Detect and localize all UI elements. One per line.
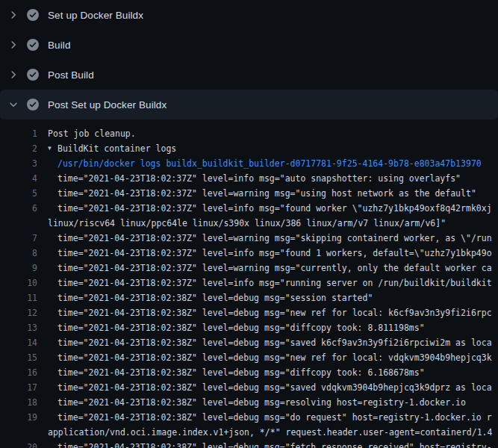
log-line: 8time="2021-04-23T18:02:37Z" level=info … xyxy=(0,246,498,261)
log-text: time="2021-04-23T18:02:38Z" level=debug … xyxy=(37,395,466,410)
log-text: time="2021-04-23T18:02:38Z" level=debug … xyxy=(37,305,492,320)
log-line: 11time="2021-04-23T18:02:38Z" level=debu… xyxy=(0,290,498,305)
line-number[interactable]: 19 xyxy=(0,410,37,425)
log-line-continuation: linux/riscv64 linux/ppc64le linux/s390x … xyxy=(0,216,498,231)
chevron-down-icon xyxy=(7,99,19,111)
log-line: 14time="2021-04-23T18:02:38Z" level=debu… xyxy=(0,335,498,350)
steps-list: Set up Docker BuildxBuildPost BuildPost … xyxy=(0,0,498,119)
line-number[interactable]: 6 xyxy=(0,201,37,216)
log-line-continuation: application/vnd.oci.image.index.v1+json,… xyxy=(0,425,498,440)
chevron-right-icon xyxy=(7,39,19,51)
line-number xyxy=(0,216,37,231)
line-number[interactable]: 18 xyxy=(0,395,37,410)
log-text: Post job cleanup. xyxy=(37,126,136,141)
check-circle-icon xyxy=(27,99,39,111)
group-collapse-triangle-icon[interactable]: ▼ xyxy=(48,141,57,156)
check-circle-icon xyxy=(27,9,39,21)
line-number[interactable]: 3 xyxy=(0,156,37,171)
log-line: 17time="2021-04-23T18:02:38Z" level=debu… xyxy=(0,380,498,395)
log-line: 12time="2021-04-23T18:02:38Z" level=debu… xyxy=(0,305,498,320)
step-header-set-up-docker-buildx[interactable]: Set up Docker Buildx xyxy=(0,0,498,30)
log-text: time="2021-04-23T18:02:37Z" level=info m… xyxy=(37,246,492,261)
step-header-build[interactable]: Build xyxy=(0,30,498,60)
log-text: time="2021-04-23T18:02:37Z" level=info m… xyxy=(37,201,492,216)
line-number[interactable]: 1 xyxy=(0,126,37,141)
log-line: 1Post job cleanup. xyxy=(0,126,498,141)
log-line: 4time="2021-04-23T18:02:37Z" level=info … xyxy=(0,171,498,186)
line-number[interactable]: 5 xyxy=(0,186,37,201)
log-text: time="2021-04-23T18:02:37Z" level=warnin… xyxy=(37,231,492,246)
line-number[interactable]: 4 xyxy=(0,171,37,186)
log-line: 15time="2021-04-23T18:02:38Z" level=debu… xyxy=(0,350,498,365)
line-number[interactable]: 2 xyxy=(0,141,37,156)
step-label: Post Set up Docker Buildx xyxy=(48,99,166,111)
line-number[interactable]: 16 xyxy=(0,365,37,380)
step-header-post-build[interactable]: Post Build xyxy=(0,60,498,90)
line-number[interactable]: 15 xyxy=(0,350,37,365)
line-number[interactable]: 20 xyxy=(0,440,37,448)
log-output: 1Post job cleanup.2▼BuildKit container l… xyxy=(0,119,498,448)
step-label: Build xyxy=(48,40,71,51)
log-line: 2▼BuildKit container logs xyxy=(0,141,498,156)
line-number[interactable]: 9 xyxy=(0,261,37,276)
line-number[interactable]: 7 xyxy=(0,231,37,246)
log-text: time="2021-04-23T18:02:38Z" level=debug … xyxy=(37,350,492,365)
log-text: application/vnd.oci.image.index.v1+json,… xyxy=(37,425,492,440)
log-line: 16time="2021-04-23T18:02:38Z" level=debu… xyxy=(0,365,498,380)
line-number[interactable]: 12 xyxy=(0,305,37,320)
log-text: time="2021-04-23T18:02:38Z" level=debug … xyxy=(37,290,373,305)
log-line: 3/usr/bin/docker logs buildx_buildkit_bu… xyxy=(0,156,498,171)
log-line: 7time="2021-04-23T18:02:37Z" level=warni… xyxy=(0,231,498,246)
log-line: 9time="2021-04-23T18:02:37Z" level=warni… xyxy=(0,261,498,276)
step-label: Post Build xyxy=(48,69,94,81)
log-text: time="2021-04-23T18:02:37Z" level=info m… xyxy=(37,171,461,186)
step-header-post-set-up-docker-buildx[interactable]: Post Set up Docker Buildx xyxy=(0,90,498,119)
chevron-right-icon xyxy=(7,9,19,21)
line-number[interactable]: 11 xyxy=(0,290,37,305)
log-line: 19time="2021-04-23T18:02:38Z" level=debu… xyxy=(0,410,498,425)
log-line: 6time="2021-04-23T18:02:37Z" level=info … xyxy=(0,201,498,216)
log-command-text: /usr/bin/docker logs buildx_buildkit_bui… xyxy=(37,156,482,171)
line-number[interactable]: 14 xyxy=(0,335,37,350)
chevron-right-icon xyxy=(7,69,19,81)
log-text: time="2021-04-23T18:02:38Z" level=debug … xyxy=(37,320,425,335)
log-line: 20time="2021-04-23T18:02:38Z" level=debu… xyxy=(0,440,498,448)
log-text: time="2021-04-23T18:02:38Z" level=debug … xyxy=(37,335,492,350)
check-circle-icon xyxy=(27,69,39,81)
line-number[interactable]: 17 xyxy=(0,380,37,395)
log-line: 18time="2021-04-23T18:02:38Z" level=debu… xyxy=(0,395,498,410)
log-text: time="2021-04-23T18:02:37Z" level=warnin… xyxy=(37,261,492,276)
log-text: time="2021-04-23T18:02:38Z" level=debug … xyxy=(37,440,492,448)
log-text: time="2021-04-23T18:02:38Z" level=debug … xyxy=(37,380,492,395)
log-line: 5time="2021-04-23T18:02:37Z" level=warni… xyxy=(0,186,498,201)
log-line: 10time="2021-04-23T18:02:37Z" level=info… xyxy=(0,276,498,290)
log-group-title: BuildKit container logs xyxy=(57,141,176,156)
log-text: time="2021-04-23T18:02:38Z" level=debug … xyxy=(37,365,425,380)
check-circle-icon xyxy=(27,39,39,51)
log-line: 13time="2021-04-23T18:02:38Z" level=debu… xyxy=(0,320,498,335)
log-text: time="2021-04-23T18:02:37Z" level=warnin… xyxy=(37,186,476,201)
line-number[interactable]: 10 xyxy=(0,276,37,290)
log-text: time="2021-04-23T18:02:37Z" level=info m… xyxy=(37,276,492,290)
log-text: time="2021-04-23T18:02:38Z" level=debug … xyxy=(37,410,492,425)
line-number xyxy=(0,425,37,440)
job-log-panel: Set up Docker BuildxBuildPost BuildPost … xyxy=(0,0,498,448)
line-number[interactable]: 8 xyxy=(0,246,37,261)
step-label: Set up Docker Buildx xyxy=(48,10,143,21)
log-text: linux/riscv64 linux/ppc64le linux/s390x … xyxy=(37,216,446,231)
line-number[interactable]: 13 xyxy=(0,320,37,335)
